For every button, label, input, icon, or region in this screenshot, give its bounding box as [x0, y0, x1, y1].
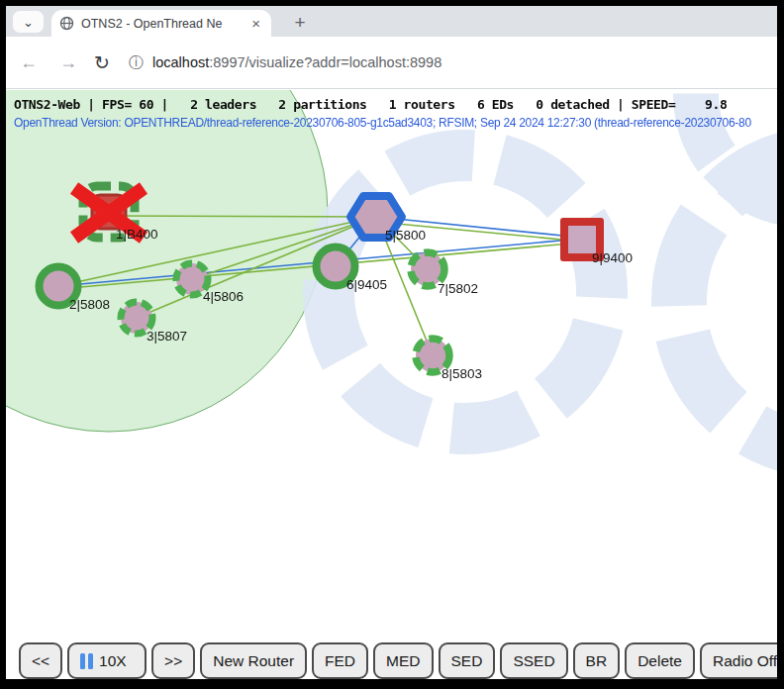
med-button[interactable]: MED	[373, 642, 433, 679]
network-graph: 1|B400 2|5808 3|5807 4|5806 5|5800 6|940…	[6, 90, 777, 679]
step-back-button[interactable]: <<	[19, 642, 62, 679]
forward-icon[interactable]: →	[51, 52, 85, 73]
navigation-bar: ← → ↻ ⓘ localhost:8997/visualize?addr=lo…	[6, 37, 777, 89]
chevron-down-icon: ⌄	[23, 15, 34, 30]
url-host: localhost	[152, 54, 209, 70]
tab-search-button[interactable]: ⌄	[13, 11, 44, 33]
back-icon[interactable]: ←	[12, 52, 46, 73]
address-bar[interactable]: ⓘ localhost:8997/visualize?addr=localhos…	[129, 53, 441, 72]
tab-strip: ⌄ OTNS2 - OpenThread Ne × +	[6, 6, 777, 37]
node-label: 4|5806	[203, 289, 244, 304]
radio-range-circle	[6, 90, 328, 432]
tab-close-icon[interactable]: ×	[248, 15, 263, 32]
status-bar: OTNS2-Web | FPS= 60 | 2 leaders 2 partit…	[14, 97, 727, 112]
step-forward-button[interactable]: >>	[151, 642, 195, 679]
site-info-icon[interactable]: ⓘ	[129, 53, 144, 72]
child-link-5-1	[109, 216, 376, 217]
new-router-button[interactable]: New Router	[200, 642, 307, 679]
delete-button[interactable]: Delete	[625, 642, 695, 679]
node-label: 1|B400	[116, 227, 158, 242]
reload-icon[interactable]: ↻	[85, 51, 119, 74]
radio-off-button[interactable]: Radio Off	[700, 642, 777, 679]
node-label: 3|5807	[147, 329, 187, 344]
globe-icon	[59, 16, 74, 31]
browser-window: ⌄ OTNS2 - OpenThread Ne × + ← → ↻	[6, 6, 777, 679]
pause-icon	[80, 653, 93, 669]
sed-button[interactable]: SED	[439, 642, 496, 679]
node-label: 6|9405	[346, 277, 387, 292]
speed-label: 10X	[99, 652, 127, 670]
tab-title: OTNS2 - OpenThread Ne	[81, 17, 242, 31]
openthread-version-text: OpenThread Version: OPENTHREAD/thread-re…	[14, 116, 751, 130]
node-label: 2|5808	[69, 297, 110, 312]
node-label: 7|5802	[438, 281, 478, 296]
browser-tab[interactable]: OTNS2 - OpenThread Ne ×	[51, 10, 271, 37]
new-tab-button[interactable]: +	[287, 10, 313, 36]
node-label: 9|9400	[592, 250, 633, 265]
br-button[interactable]: BR	[573, 642, 621, 679]
app-window: ⌄ OTNS2 - OpenThread Ne × + ← → ↻	[0, 0, 784, 689]
speed-button[interactable]: 10X	[67, 642, 147, 679]
node-label: 8|5803	[441, 366, 482, 381]
simulation-canvas: 1|B400 2|5808 3|5807 4|5806 5|5800 6|940…	[6, 90, 777, 679]
ssed-button[interactable]: SSED	[500, 642, 567, 679]
bottom-toolbar: << 10X >> New Router FED MED SED SSED BR…	[19, 642, 777, 679]
url-path: :8997/visualize?addr=localhost:8998	[209, 54, 441, 70]
fed-button[interactable]: FED	[312, 642, 368, 679]
url-text[interactable]: localhost:8997/visualize?addr=localhost:…	[152, 54, 441, 70]
node-label: 5|5800	[385, 228, 426, 243]
